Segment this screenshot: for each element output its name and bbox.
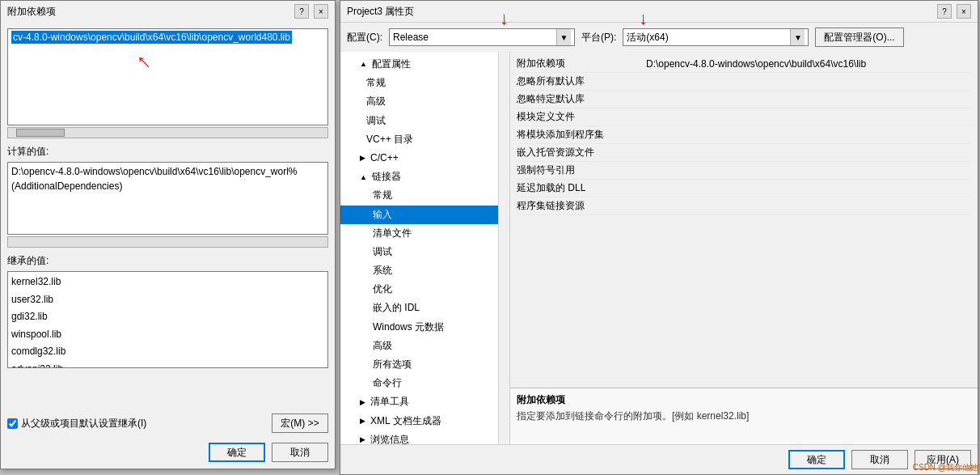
prop-name-8: 程序集链接资源 (517, 199, 646, 213)
expand-icon-xml: ▶ (360, 415, 365, 426)
tree-item-lj-changgui[interactable]: 常规 (340, 186, 498, 205)
tree-item-lj-xitong[interactable]: 系统 (340, 261, 498, 280)
inherited-item-0: kernel32.lib (11, 274, 324, 291)
tree-item-xml[interactable]: ▶ XML 文档生成器 (340, 412, 498, 430)
tree-item-gaoji[interactable]: 高级 (340, 92, 498, 111)
prop-name-7: 延迟加载的 DLL (517, 181, 646, 195)
left-dialog-question[interactable]: ? (294, 4, 309, 19)
top-scrollbar-h[interactable] (7, 127, 328, 138)
expand-icon-liulan: ▶ (360, 434, 365, 444)
tree-label-lj-shuru: 输入 (373, 207, 392, 223)
tree-item-lj-suoyouxuanxiang[interactable]: 所有选项 (340, 355, 498, 374)
prop-name-0: 附加依赖项 (517, 57, 646, 70)
tree-label-lj-suoyouxuanxiang: 所有选项 (373, 357, 412, 372)
right-ok-button[interactable]: 确定 (788, 450, 845, 469)
right-main: ▲ 配置属性 常规 高级 调试 VC++ 目录 ▶ C/C++ (340, 52, 978, 444)
props-table: 附加依赖项 D:\opencv-4.8.0-windows\opencv\bui… (510, 52, 978, 388)
right-dialog-title: Project3 属性页 (347, 5, 414, 19)
tree-label-lj-qianru: 嵌入的 IDL (373, 300, 420, 316)
tree-item-vcmulu[interactable]: VC++ 目录 (340, 130, 498, 149)
platform-label: 平台(P): (581, 31, 616, 45)
computed-value-text: D:\opencv-4.8.0-windows\opencv\build\x64… (11, 166, 298, 192)
tree-label-lj-youhua: 优化 (373, 282, 392, 297)
right-cancel-button[interactable]: 取消 (851, 450, 908, 469)
prop-row-6: 强制符号引用 (517, 162, 971, 180)
desc-text: 指定要添加到链接命令行的附加项。[例如 kernel32.lib] (517, 409, 971, 423)
platform-combo-arrow: ▼ (790, 29, 805, 45)
inherited-value-box: kernel32.lib user32.lib gdi32.lib winspo… (7, 271, 328, 368)
prop-name-5: 嵌入托管资源文件 (517, 146, 646, 159)
config-manager-button[interactable]: 配置管理器(O)... (815, 28, 903, 47)
prop-row-0: 附加依赖项 D:\opencv-4.8.0-windows\opencv\bui… (517, 55, 971, 73)
prop-row-2: 忽略特定默认库 (517, 91, 971, 108)
tree-label-gaoji: 高级 (366, 94, 386, 109)
tree-item-lj-shuru[interactable]: 输入 (340, 206, 498, 224)
computed-scrollbar-h[interactable] (7, 236, 328, 248)
tree-item-lj-minglinghang[interactable]: 命令行 (340, 374, 498, 392)
prop-name-6: 强制符号引用 (517, 163, 646, 177)
config-value: Release (393, 32, 556, 43)
tree-label-peizhishuxing: 配置属性 (372, 57, 411, 72)
props-description: 附加依赖项 指定要添加到链接命令行的附加项。[例如 kernel32.lib] (510, 388, 978, 444)
right-titlebar: Project3 属性页 ? × (340, 1, 978, 23)
platform-combo[interactable]: 活动(x64) ▼ (623, 28, 809, 46)
tree-item-lj-gaoji[interactable]: 高级 (340, 337, 498, 355)
inherited-label: 继承的值: (7, 254, 328, 268)
tree-label-lj-changgui: 常规 (373, 188, 392, 203)
inherit-checkbox[interactable] (7, 418, 18, 429)
tree-item-peizhishuxing[interactable]: ▲ 配置属性 (340, 55, 498, 74)
left-cancel-button[interactable]: 取消 (272, 443, 328, 462)
desc-title: 附加依赖项 (517, 393, 971, 407)
prop-row-4: 将模块添加到程序集 (517, 126, 971, 144)
right-dialog-controls: ? × (937, 4, 971, 19)
computed-label: 计算的值: (7, 145, 328, 159)
macro-button[interactable]: 宏(M) >> (272, 414, 328, 433)
expand-icon-cpp: ▶ (360, 152, 365, 163)
right-dialog-question[interactable]: ? (937, 4, 952, 19)
inherit-checkbox-label: 从父级或项目默认设置继承(I) (21, 417, 146, 430)
prop-row-8: 程序集链接资源 (517, 197, 971, 215)
prop-name-4: 将模块添加到程序集 (517, 128, 646, 142)
left-ok-button[interactable]: 确定 (209, 443, 265, 462)
watermark: CSDN @我你他她 (913, 462, 978, 473)
top-input-value: cv-4.8.0-windows\opencv\build\x64\vc16\l… (11, 31, 292, 44)
prop-name-1: 忽略所有默认库 (517, 74, 646, 88)
tree-item-changgui[interactable]: 常规 (340, 74, 498, 92)
tree-item-tiaoshi[interactable]: 调试 (340, 112, 498, 130)
left-dialog-content: cv-4.8.0-windows\opencv\build\x64\vc16\l… (1, 22, 335, 409)
tree-item-lj-qianru[interactable]: 嵌入的 IDL (340, 299, 498, 317)
config-combo[interactable]: Release ▼ (389, 28, 575, 46)
tree-label-vcmulu: VC++ 目录 (366, 132, 413, 147)
tree-label-xml: XML 文档生成器 (370, 414, 441, 429)
prop-row-7: 延迟加载的 DLL (517, 180, 971, 197)
tree-item-cpp[interactable]: ▶ C/C++ (340, 149, 498, 168)
tree-label-liulan: 浏览信息 (370, 432, 409, 444)
top-input-box[interactable]: cv-4.8.0-windows\opencv\build\x64\vc16\l… (7, 28, 328, 125)
tree-label-changgui: 常规 (366, 75, 386, 91)
inherited-item-4: comdlg32.lib (11, 343, 324, 361)
left-bottom-buttons: 确定 取消 (1, 439, 335, 469)
platform-value: 活动(x64) (627, 31, 790, 45)
tree-item-lianjiegi[interactable]: ▲ 链接器 (340, 168, 498, 186)
tree-label-lianjiegi: 链接器 (372, 169, 401, 184)
tree-item-lj-tiaoshi[interactable]: 调试 (340, 243, 498, 261)
prop-value-0[interactable]: D:\opencv-4.8.0-windows\opencv\build\x64… (646, 58, 971, 70)
tree-item-lj-qingdan[interactable]: 清单文件 (340, 224, 498, 243)
tree-label-tiaoshi: 调试 (366, 113, 386, 129)
prop-row-1: 忽略所有默认库 (517, 73, 971, 91)
left-tree[interactable]: ▲ 配置属性 常规 高级 调试 VC++ 目录 ▶ C/C++ (340, 52, 499, 444)
config-combo-arrow: ▼ (556, 29, 571, 45)
expand-icon-peizhishuxing: ▲ (360, 58, 367, 70)
right-props-panel: 附加依赖项 D:\opencv-4.8.0-windows\opencv\bui… (510, 52, 978, 444)
left-dialog-close[interactable]: × (314, 4, 328, 19)
tree-item-liulan[interactable]: ▶ 浏览信息 (340, 430, 498, 444)
tree-label-lj-xitong: 系统 (373, 263, 392, 278)
right-dialog-close[interactable]: × (957, 4, 971, 19)
tree-item-lj-youhua[interactable]: 优化 (340, 280, 498, 299)
inherited-item-5: advapi32.lib (11, 361, 324, 368)
tree-item-lj-windows[interactable]: Windows 元数据 (340, 318, 498, 337)
inherited-item-2: gdi32.lib (11, 308, 324, 326)
tree-item-qingdangongju[interactable]: ▶ 清单工具 (340, 392, 498, 411)
left-dialog-controls: ? × (294, 4, 328, 19)
tree-container: ▲ 配置属性 常规 高级 调试 VC++ 目录 ▶ C/C++ (340, 52, 510, 444)
